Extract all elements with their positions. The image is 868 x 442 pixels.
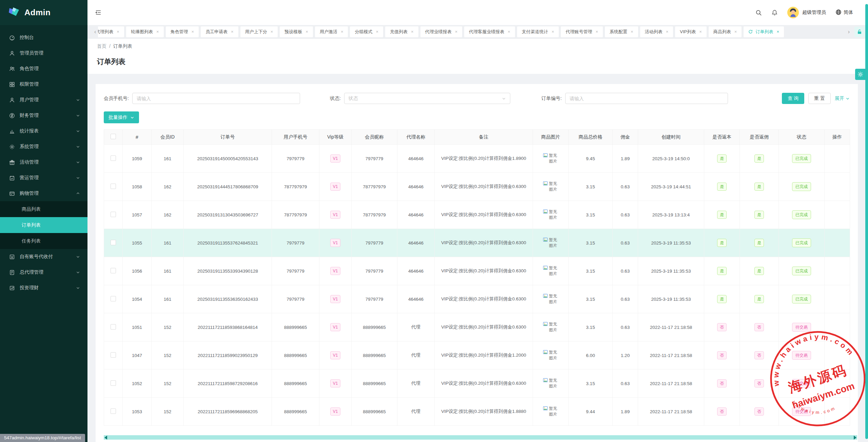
tab-close-icon[interactable]: × bbox=[776, 29, 779, 34]
scroll-right-arrow-icon[interactable] bbox=[854, 436, 856, 440]
tab-分组模式[interactable]: 分组模式× bbox=[350, 26, 383, 37]
select-all-checkbox[interactable] bbox=[111, 134, 116, 139]
tab-预设模板[interactable]: 预设模板× bbox=[280, 26, 313, 37]
refresh-icon[interactable] bbox=[748, 29, 753, 34]
language-switch[interactable]: 简体 bbox=[835, 9, 853, 16]
tab-角色管理[interactable]: 角色管理× bbox=[166, 26, 199, 37]
row-checkbox[interactable] bbox=[111, 184, 116, 189]
tab-close-icon[interactable]: × bbox=[595, 29, 598, 34]
notification-bell-icon[interactable] bbox=[771, 9, 778, 16]
sidebar-item-总代理管理[interactable]: 总代理管理 bbox=[0, 265, 87, 280]
tab-用户上下分[interactable]: 用户上下分× bbox=[240, 26, 278, 37]
tab-代理客服业绩报表[interactable]: 代理客服业绩报表× bbox=[464, 26, 515, 37]
tab-close-icon[interactable]: × bbox=[231, 29, 234, 34]
broken-image-icon bbox=[543, 321, 548, 328]
sidebar-item-统计报表[interactable]: 统计报表 bbox=[0, 123, 87, 139]
sidebar-item-活动管理[interactable]: 活动管理 bbox=[0, 154, 87, 170]
tab-VIP列表[interactable]: VIP列表× bbox=[675, 26, 707, 37]
no-image-text: 暂无图片 bbox=[549, 378, 558, 389]
search-button[interactable]: 查 询 bbox=[782, 93, 804, 104]
row-checkbox[interactable] bbox=[111, 240, 116, 245]
sidebar-subitem-订单列表[interactable]: 订单列表 bbox=[0, 217, 87, 233]
sidebar-item-购物管理[interactable]: 购物管理 bbox=[0, 186, 87, 201]
sidebar-item-角色管理[interactable]: 角色管理 bbox=[0, 61, 87, 77]
settings-gear-icon[interactable] bbox=[855, 69, 865, 80]
row-checkbox[interactable] bbox=[111, 268, 116, 273]
horizontal-scrollbar[interactable] bbox=[104, 435, 857, 440]
sidebar-subitem-商品列表[interactable]: 商品列表 bbox=[0, 201, 87, 217]
tab-商品列表[interactable]: 商品列表× bbox=[709, 26, 742, 37]
reset-button[interactable]: 重 置 bbox=[808, 93, 831, 104]
status-badge: 已完成 bbox=[792, 210, 811, 219]
account-icon bbox=[9, 254, 15, 260]
scroll-left-arrow-icon[interactable] bbox=[104, 436, 107, 440]
sidebar-item-权限管理[interactable]: 权限管理 bbox=[0, 77, 87, 92]
status-select[interactable]: 状态 bbox=[344, 93, 510, 104]
row-checkbox[interactable] bbox=[111, 324, 116, 330]
lock-icon[interactable] bbox=[854, 27, 865, 37]
tab-代理业绩报表[interactable]: 代理业绩报表× bbox=[420, 26, 462, 37]
tab-close-icon[interactable]: × bbox=[411, 29, 414, 34]
member-phone-input[interactable] bbox=[132, 93, 300, 104]
breadcrumb-home[interactable]: 首页 bbox=[97, 43, 106, 49]
vertical-scrollbar[interactable] bbox=[865, 4, 868, 439]
cell-product-image: 暂无图片 bbox=[533, 370, 569, 398]
tab-代理账号管理[interactable]: 代理账号管理× bbox=[561, 26, 603, 37]
row-checkbox[interactable] bbox=[111, 155, 116, 161]
tab-close-icon[interactable]: × bbox=[305, 29, 308, 34]
page-head: 首页 / 订单列表 订单列表 bbox=[87, 39, 868, 74]
tab-close-icon[interactable]: × bbox=[341, 29, 343, 34]
tab-支付渠道统计[interactable]: 支付渠道统计× bbox=[517, 26, 559, 37]
broken-image-icon bbox=[543, 153, 548, 159]
sidebar-item-自有账号代收付[interactable]: 自有账号代收付 bbox=[0, 249, 87, 265]
row-checkbox[interactable] bbox=[111, 408, 116, 414]
cell-status: 待交易 bbox=[779, 341, 825, 370]
tab-close-icon[interactable]: × bbox=[156, 29, 159, 34]
cell-id: 1056 bbox=[123, 257, 152, 285]
tab-总代理列表[interactable]: 总代理列表× bbox=[98, 26, 124, 37]
sidebar-item-用户管理[interactable]: 用户管理 bbox=[0, 92, 87, 108]
sidebar-collapse-icon[interactable] bbox=[93, 7, 104, 18]
tab-close-icon[interactable]: × bbox=[117, 29, 119, 34]
sidebar-item-系统管理[interactable]: 系统管理 bbox=[0, 139, 87, 154]
tab-活动列表[interactable]: 活动列表× bbox=[640, 26, 673, 37]
row-checkbox[interactable] bbox=[111, 380, 116, 386]
tab-close-icon[interactable]: × bbox=[734, 29, 737, 34]
tab-close-icon[interactable]: × bbox=[455, 29, 458, 34]
tab-close-icon[interactable]: × bbox=[666, 29, 669, 34]
row-checkbox[interactable] bbox=[111, 352, 116, 358]
tab-label: 员工申请表 bbox=[205, 29, 228, 35]
cell-member-id: 152 bbox=[152, 370, 184, 398]
tab-close-icon[interactable]: × bbox=[271, 29, 273, 34]
cell-created: 2022-11-17 21:18:58 bbox=[638, 313, 704, 341]
row-checkbox[interactable] bbox=[111, 296, 116, 301]
sidebar-item-控制台[interactable]: 控制台 bbox=[0, 30, 87, 45]
status-badge: 待交易 bbox=[792, 351, 811, 360]
tab-close-icon[interactable]: × bbox=[699, 29, 702, 34]
tabs-scroll-left-icon[interactable]: ‹ bbox=[92, 29, 98, 35]
tab-close-icon[interactable]: × bbox=[631, 29, 633, 34]
row-checkbox[interactable] bbox=[111, 212, 116, 217]
tabs-scroll-right-icon[interactable]: › bbox=[846, 29, 852, 35]
tab-充值列表[interactable]: 充值列表× bbox=[385, 26, 418, 37]
tab-轮播图列表[interactable]: 轮播图列表× bbox=[126, 26, 164, 37]
tab-系统配置[interactable]: 系统配置× bbox=[605, 26, 638, 37]
sidebar-item-投资理财[interactable]: 投资理财 bbox=[0, 280, 87, 296]
tab-close-icon[interactable]: × bbox=[508, 29, 510, 34]
tab-close-icon[interactable]: × bbox=[376, 29, 378, 34]
order-no-input[interactable] bbox=[565, 93, 728, 104]
sidebar-subitem-任务列表[interactable]: 任务列表 bbox=[0, 233, 87, 249]
tab-close-icon[interactable]: × bbox=[192, 29, 194, 34]
sidebar-item-财务管理[interactable]: 财务管理 bbox=[0, 108, 87, 123]
search-icon[interactable] bbox=[755, 9, 762, 16]
cell-return-capital: 否 bbox=[704, 341, 740, 370]
bulk-actions-button[interactable]: 批量操作 bbox=[104, 111, 139, 123]
user-menu[interactable]: 超级管理员 bbox=[787, 7, 826, 18]
tab-用户激活[interactable]: 用户激活× bbox=[315, 26, 348, 37]
tab-员工申请表[interactable]: 员工申请表× bbox=[201, 26, 238, 37]
expand-link[interactable]: 展开 bbox=[835, 96, 850, 102]
sidebar-item-管理员管理[interactable]: 管理员管理 bbox=[0, 45, 87, 61]
sidebar-item-营运管理[interactable]: 营运管理 bbox=[0, 170, 87, 186]
tab-close-icon[interactable]: × bbox=[552, 29, 554, 34]
tab-订单列表[interactable]: 订单列表× bbox=[744, 26, 784, 37]
